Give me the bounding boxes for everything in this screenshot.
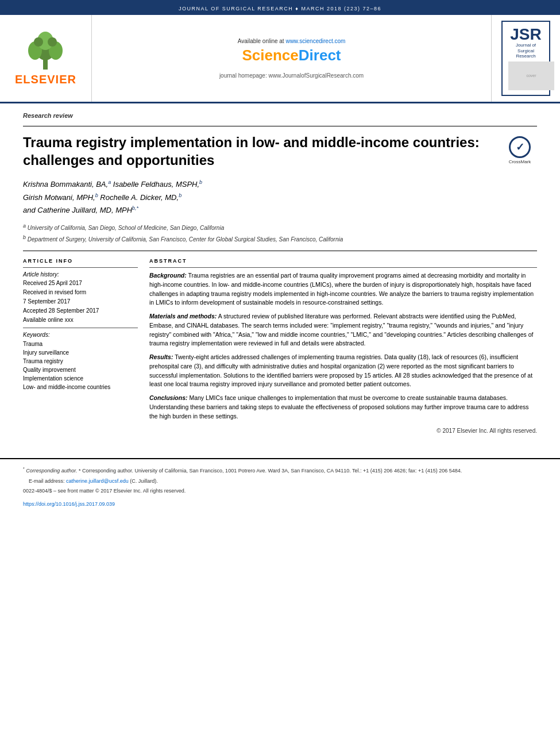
- svg-rect-0: [43, 59, 48, 70]
- available-online-text: Available online at www.sciencedirect.co…: [238, 38, 346, 44]
- abstract-header: Abstract: [149, 258, 537, 264]
- keywords-label: Keywords:: [23, 332, 138, 338]
- keyword-injury-surveillance: Injury surveillance: [23, 348, 138, 357]
- jsr-badge: JSR Journal ofSurgical Research cover: [501, 21, 550, 96]
- elsevier-tree-icon: [22, 30, 68, 71]
- jsr-subtext: Journal ofSurgical Research: [508, 43, 543, 59]
- elsevier-logo-section: ELSEVIER: [0, 15, 92, 102]
- sciencedirect-science: Science: [242, 47, 299, 64]
- abstract-results: Results: Twenty-eight articles addressed…: [149, 353, 537, 389]
- abstract-methods: Materials and methods: A structured revi…: [149, 312, 537, 348]
- author-4-name: Rochelle A. Dicker, MD,b: [100, 193, 181, 202]
- email-name: (C. Juillard).: [130, 478, 158, 484]
- revised-label: Received in revised form: [23, 289, 138, 297]
- author-5-name: and Catherine Juillard, MD, MPHb,*: [23, 206, 138, 214]
- authors-section: Krishna Bommakanti, BA,a Isabelle Feldha…: [23, 178, 537, 216]
- keyword-implementation-science: Implementation science: [23, 374, 138, 383]
- article-title: Trauma registry implementation in low- a…: [23, 133, 494, 169]
- main-content: Research review Trauma registry implemen…: [0, 103, 560, 447]
- abstract-conclusions: Conclusions: Many LMICs face unique chal…: [149, 394, 537, 421]
- affiliation-b: b Department of Surgery, University of C…: [23, 234, 537, 244]
- conclusions-label: Conclusions:: [149, 394, 188, 401]
- abstract-background: Background: Trauma registries are an ess…: [149, 271, 537, 307]
- article-info-header: Article Info: [23, 258, 138, 264]
- content-divider: [23, 251, 537, 251]
- abstract-divider: [149, 267, 537, 268]
- top-bar: Journal of Surgical Research ♦ March 201…: [0, 0, 560, 15]
- copyright-text: © 2017 Elsevier Inc. All rights reserved…: [149, 426, 537, 435]
- jsr-letters: JSR: [508, 26, 543, 43]
- crossmark-label: CrossMark: [509, 159, 531, 164]
- jsr-cover-image: cover: [508, 61, 554, 90]
- results-text: Twenty-eight articles addressed challeng…: [149, 353, 532, 387]
- crossmark-badge: ✓ CrossMark: [503, 136, 537, 164]
- footer-section: * Corresponding author. * Corresponding …: [0, 458, 560, 520]
- header-area: ELSEVIER Available online at www.science…: [0, 15, 560, 103]
- jsr-badge-section: JSR Journal ofSurgical Research cover: [491, 15, 560, 102]
- doi-link[interactable]: https://doi.org/10.1016/j.jss.2017.09.03…: [23, 501, 115, 507]
- two-column-layout: Article Info Article history: Received 2…: [23, 258, 537, 435]
- sciencedirect-logo: ScienceDirect: [242, 47, 341, 64]
- article-info-divider: [23, 267, 138, 268]
- title-divider-top: [23, 126, 537, 126]
- results-label: Results:: [149, 353, 173, 360]
- author-3-name: Girish Motwani, MPH,b: [23, 193, 98, 202]
- available-online: Available online xxx: [23, 316, 138, 324]
- sciencedirect-url[interactable]: www.sciencedirect.com: [285, 38, 345, 44]
- email-link[interactable]: catherine.juillard@ucsf.edu: [66, 478, 129, 484]
- keyword-lmic: Low- and middle-income countries: [23, 383, 138, 391]
- received-date: Received 25 April 2017: [23, 279, 138, 287]
- crossmark-icon: ✓: [509, 136, 531, 158]
- svg-point-6: [48, 37, 57, 47]
- keyword-trauma-registry: Trauma registry: [23, 357, 138, 366]
- elsevier-brand-text: ELSEVIER: [15, 73, 76, 86]
- accepted-date: Accepted 28 September 2017: [23, 307, 138, 315]
- article-title-section: Trauma registry implementation in low- a…: [23, 133, 537, 169]
- author-2-name: Isabelle Feldhaus, MSPH,b: [113, 180, 202, 189]
- methods-label: Materials and methods:: [149, 313, 217, 320]
- header-center: Available online at www.sciencedirect.co…: [92, 15, 491, 102]
- conclusions-text: Many LMICs face unique challenges to imp…: [149, 394, 529, 420]
- author-1-name: Krishna Bommakanti, BA,a: [23, 180, 111, 189]
- section-label: Research review: [23, 112, 537, 119]
- abstract-content: Background: Trauma registries are an ess…: [149, 271, 537, 435]
- affiliation-a: a University of California, San Diego, S…: [23, 222, 537, 232]
- abstract-column: Abstract Background: Trauma registries a…: [149, 258, 537, 435]
- background-text: Trauma registries are an essential part …: [149, 272, 534, 306]
- elsevier-logo: ELSEVIER: [15, 30, 76, 86]
- history-label: Article history:: [23, 271, 138, 278]
- journal-title-bar: Journal of Surgical Research ♦ March 201…: [179, 6, 381, 11]
- svg-point-5: [34, 37, 43, 47]
- background-label: Background:: [149, 272, 187, 279]
- keyword-quality-improvement: Quality improvement: [23, 366, 138, 374]
- article-info-column: Article Info Article history: Received 2…: [23, 258, 138, 435]
- keyword-trauma: Trauma: [23, 340, 138, 348]
- revised-date: 7 September 2017: [23, 298, 138, 306]
- journal-homepage-text: journal homepage: www.JournalofSurgicalR…: [219, 72, 364, 79]
- sciencedirect-direct: Direct: [299, 47, 341, 64]
- email-note: E-mail address: catherine.juillard@ucsf.…: [23, 478, 537, 486]
- issn-text: 0022-4804/$ – see front matter © 2017 El…: [23, 487, 537, 495]
- corresponding-note: * Corresponding author. * Corresponding …: [23, 466, 537, 475]
- keywords-divider: [23, 328, 138, 328]
